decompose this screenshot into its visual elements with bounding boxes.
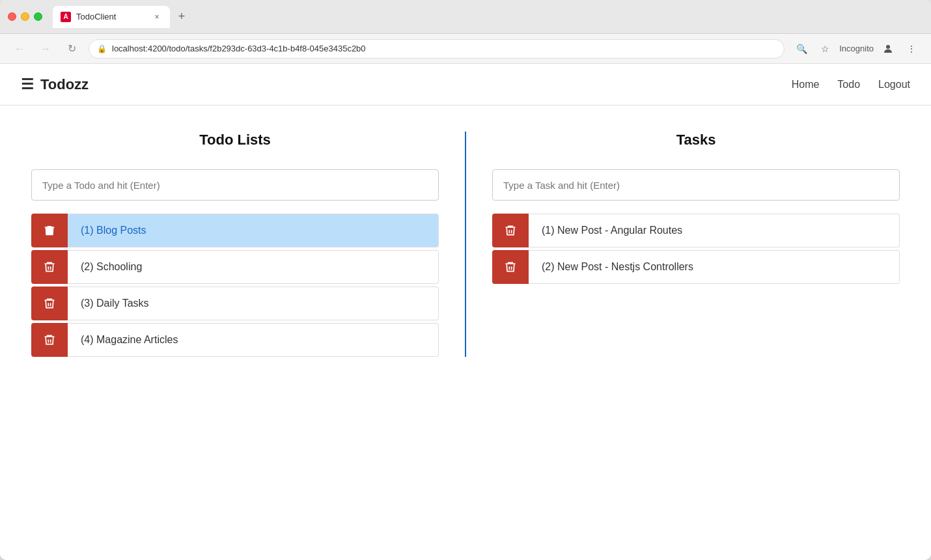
refresh-icon: ↻ <box>68 42 76 55</box>
todo-lists-heading: Todo Lists <box>31 132 439 148</box>
tasks-heading: Tasks <box>492 132 900 148</box>
traffic-lights <box>8 12 42 21</box>
app-nav-links: Home Todo Logout <box>792 79 910 91</box>
browser-frame: A TodoClient × + ← → ↻ 🔒 localhost:4200/… <box>0 0 931 560</box>
more-icon: ⋮ <box>907 44 916 54</box>
search-icon: 🔍 <box>796 44 807 54</box>
todo-list: (1) Blog Posts (2) Schooling <box>31 214 439 357</box>
tab-close-button[interactable]: × <box>152 12 162 22</box>
url-text: localhost:4200/todo/tasks/f2b293dc-63d3-… <box>112 44 366 53</box>
task-input[interactable] <box>492 169 900 201</box>
todo-item-label[interactable]: (1) Blog Posts <box>68 214 439 247</box>
svg-point-0 <box>886 45 890 49</box>
incognito-icon <box>879 40 897 58</box>
brand-icon: ☰ <box>21 76 34 93</box>
delete-todo-2-button[interactable] <box>31 250 68 284</box>
delete-todo-1-button[interactable] <box>31 214 68 247</box>
todo-item-label[interactable]: (4) Magazine Articles <box>68 323 439 357</box>
lock-icon: 🔒 <box>97 44 107 53</box>
main-layout: Todo Lists <box>0 105 931 383</box>
refresh-button[interactable]: ↻ <box>63 40 81 58</box>
todo-item-label[interactable]: (2) Schooling <box>68 250 439 284</box>
trash-icon <box>43 297 56 310</box>
trash-icon <box>43 333 56 346</box>
delete-task-1-button[interactable] <box>492 214 529 247</box>
star-icon: ☆ <box>821 44 829 54</box>
nav-todo[interactable]: Todo <box>837 79 860 91</box>
trash-icon <box>43 260 56 273</box>
app-navbar: ☰ Todozz Home Todo Logout <box>0 64 931 105</box>
delete-todo-3-button[interactable] <box>31 287 68 320</box>
browser-titlebar: A TodoClient × + <box>0 0 931 34</box>
back-icon: ← <box>14 43 25 55</box>
browser-toolbar-right: 🔍 ☆ Incognito ⋮ <box>792 40 921 58</box>
tab-title: TodoClient <box>76 12 116 21</box>
list-item: (3) Daily Tasks <box>31 287 439 320</box>
forward-button[interactable]: → <box>36 40 55 58</box>
incognito-label: Incognito <box>839 44 874 53</box>
delete-todo-4-button[interactable] <box>31 323 68 357</box>
trash-icon <box>504 224 517 237</box>
browser-addressbar: ← → ↻ 🔒 localhost:4200/todo/tasks/f2b293… <box>0 34 931 64</box>
forward-icon: → <box>40 43 51 55</box>
new-tab-button[interactable]: + <box>173 8 191 26</box>
todo-input[interactable] <box>31 169 439 201</box>
trash-icon <box>43 224 56 237</box>
brand-name: Todozz <box>40 76 89 93</box>
angular-icon: A <box>61 12 71 22</box>
list-item: (1) New Post - Angular Routes <box>492 214 900 247</box>
close-button[interactable] <box>8 12 16 21</box>
delete-task-2-button[interactable] <box>492 250 529 284</box>
list-item: (2) Schooling <box>31 250 439 284</box>
task-item-label[interactable]: (1) New Post - Angular Routes <box>529 214 900 247</box>
list-item: (1) Blog Posts <box>31 214 439 247</box>
list-item: (2) New Post - Nestjs Controllers <box>492 250 900 284</box>
active-tab[interactable]: A TodoClient × <box>53 6 170 28</box>
tab-bar: A TodoClient × + <box>53 6 923 28</box>
maximize-button[interactable] <box>34 12 42 21</box>
app-content: ☰ Todozz Home Todo Logout Todo Lists <box>0 64 931 560</box>
panel-divider <box>465 132 466 357</box>
tasks-panel: Tasks (1) New Post - Angular Routes <box>492 132 900 357</box>
address-bar[interactable]: 🔒 localhost:4200/todo/tasks/f2b293dc-63d… <box>89 39 785 59</box>
todo-lists-panel: Todo Lists <box>31 132 439 357</box>
tasks-list: (1) New Post - Angular Routes (2) New Po… <box>492 214 900 284</box>
list-item: (4) Magazine Articles <box>31 323 439 357</box>
bookmark-icon-btn[interactable]: ☆ <box>816 40 834 58</box>
trash-icon <box>504 260 517 273</box>
nav-logout[interactable]: Logout <box>878 79 910 91</box>
menu-button[interactable]: ⋮ <box>902 40 921 58</box>
task-item-label[interactable]: (2) New Post - Nestjs Controllers <box>529 250 900 284</box>
search-icon-btn[interactable]: 🔍 <box>792 40 811 58</box>
nav-home[interactable]: Home <box>792 79 820 91</box>
back-button[interactable]: ← <box>10 40 29 58</box>
app-brand: ☰ Todozz <box>21 76 89 93</box>
todo-item-label[interactable]: (3) Daily Tasks <box>68 287 439 320</box>
minimize-button[interactable] <box>21 12 29 21</box>
